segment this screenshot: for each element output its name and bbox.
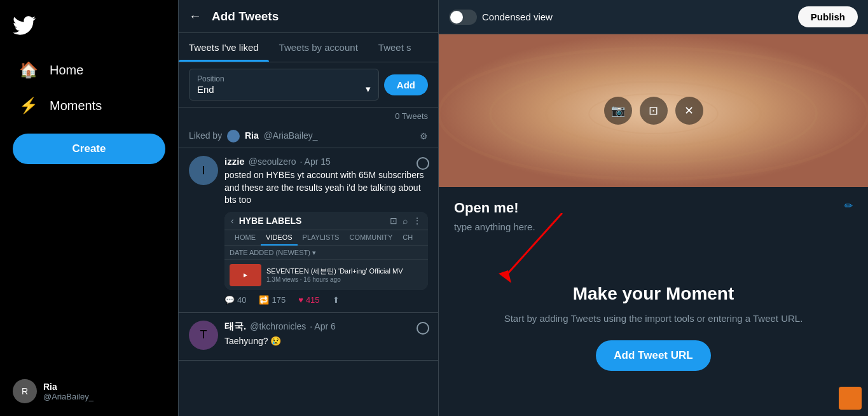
add-button[interactable]: Add	[384, 74, 428, 95]
tweet-header: izzie @seoulzero · Apr 15	[224, 156, 428, 167]
right-top-bar: Condensed view Publish	[439, 0, 868, 34]
add-tweet-url-button[interactable]: Add Tweet URL	[596, 340, 710, 371]
middle-panel: ← Add Tweets Tweets I've liked Tweets by…	[178, 0, 439, 416]
tweet-body: 태국. @tkchronicles · Apr 6 Taehyung? 😢	[224, 321, 428, 353]
right-panel: Condensed view Publish 📷 ⊡ ✕	[439, 0, 868, 416]
condensed-view-toggle[interactable]: Condensed view	[449, 10, 553, 25]
sidebar-item-moments[interactable]: ⚡ Moments	[6, 89, 172, 122]
tweet-handle: @seoulzero	[249, 156, 296, 167]
home-icon: 🏠	[19, 61, 38, 79]
tweet-media: ‹ HYBE LABELS ⊡ ⌕ ⋮ HOME VIDEOS PLAYLIST…	[224, 212, 428, 290]
like-action[interactable]: ♥ 415	[298, 295, 319, 305]
toggle-knob	[450, 11, 463, 24]
filter-icon[interactable]: ⚙	[420, 131, 428, 141]
close-cover-button[interactable]: ✕	[675, 97, 703, 125]
svg-line-5	[505, 213, 562, 277]
user-avatar: R	[13, 379, 37, 403]
user-name: Ria	[43, 382, 93, 392]
table-row: T 태국. @tkchronicles · Apr 6 Taehyung? 😢	[179, 313, 438, 361]
tabs-bar: Tweets I've liked Tweets by account Twee…	[179, 33, 438, 62]
sidebar-user: R Ria @AriaBailey_	[0, 373, 178, 410]
middle-header: ← Add Tweets	[179, 0, 438, 33]
make-moment-title: Make your Moment	[573, 284, 734, 304]
orange-box	[839, 387, 862, 410]
cover-image: 📷 ⊡ ✕	[439, 34, 868, 187]
sidebar: 🏠 Home ⚡ Moments Create R Ria @AriaBaile…	[0, 0, 178, 416]
media-tab-playlists: PLAYLISTS	[298, 230, 345, 246]
media-tab-ch: CH	[397, 230, 418, 246]
tweet-name: izzie	[224, 156, 245, 167]
tweet-actions: 💬 40 🔁 175 ♥ 415 ⬆	[224, 295, 428, 305]
retweet-action[interactable]: 🔁 175	[259, 295, 286, 305]
video-title: SEVENTEEN (세븐틴) 'Darl+ing' Official MV	[266, 267, 423, 276]
reply-icon: 💬	[224, 295, 235, 305]
sidebar-moments-label: Moments	[50, 99, 102, 113]
position-select[interactable]: Position End ▾	[189, 69, 379, 101]
make-moment-description: Start by adding Tweets using the import …	[504, 312, 803, 325]
panel-title: Add Tweets	[212, 10, 279, 24]
share-icon: ⬆	[333, 295, 340, 305]
tweets-list: I izzie @seoulzero · Apr 15 posted on HY…	[179, 148, 438, 416]
retweet-icon: 🔁	[259, 295, 269, 305]
publish-button[interactable]: Publish	[798, 6, 858, 27]
chevron-down-icon: ▾	[366, 83, 371, 95]
media-icon-3: ⋮	[413, 216, 422, 226]
share-action[interactable]: ⬆	[333, 295, 340, 305]
reply-action[interactable]: 💬 40	[224, 295, 246, 305]
tweet-checkbox[interactable]	[417, 157, 429, 170]
liked-by-avatar	[227, 130, 240, 142]
position-label: Position	[197, 74, 371, 83]
liked-by-name: Ria	[245, 130, 259, 141]
tweet-avatar: I	[189, 156, 218, 185]
tab-tweet-search[interactable]: Tweet s	[368, 33, 422, 62]
tweet-text: Taehyung? 😢	[224, 335, 428, 348]
media-video-item: ▶ SEVENTEEN (세븐틴) 'Darl+ing' Official MV…	[224, 260, 428, 290]
table-row: I izzie @seoulzero · Apr 15 posted on HY…	[179, 148, 438, 313]
red-arrow	[473, 213, 588, 289]
like-count: 415	[306, 295, 320, 305]
media-channel-name: HYBE LABELS	[239, 216, 302, 226]
camera-button[interactable]: 📷	[604, 97, 632, 125]
create-button[interactable]: Create	[13, 134, 165, 164]
crop-button[interactable]: ⊡	[640, 97, 668, 125]
video-thumbnail: ▶	[230, 264, 261, 286]
heart-icon: ♥	[298, 295, 303, 305]
media-tab-community: COMMUNITY	[344, 230, 397, 246]
tweet-header: 태국. @tkchronicles · Apr 6	[224, 321, 428, 333]
tab-tweets-account[interactable]: Tweets by account	[269, 33, 368, 62]
media-tab-home: HOME	[230, 230, 261, 246]
liked-by-bar: Liked by Ria @AriaBailey_ ⚙	[179, 125, 438, 148]
condensed-view-label: Condensed view	[482, 11, 553, 22]
reply-count: 40	[237, 295, 246, 305]
sidebar-item-home[interactable]: 🏠 Home	[6, 53, 172, 87]
tweet-name: 태국.	[224, 321, 246, 333]
twitter-logo	[0, 6, 178, 47]
media-back-icon: ‹	[231, 216, 234, 226]
tweet-body: izzie @seoulzero · Apr 15 posted on HYBE…	[224, 156, 428, 305]
media-date-filter: DATE ADDED (NEWEST) ▾	[224, 246, 428, 260]
tweet-text: posted on HYBEs yt account with 65M subs…	[224, 169, 428, 207]
media-icon-1: ⊡	[390, 216, 397, 226]
position-value: End ▾	[197, 83, 371, 95]
user-handle: @AriaBailey_	[43, 392, 93, 401]
edit-icon[interactable]: ✏	[844, 200, 853, 212]
moment-content: Open me! ✏ type anything here. Make your…	[439, 187, 868, 416]
media-header: ‹ HYBE LABELS ⊡ ⌕ ⋮	[224, 212, 428, 230]
liked-by-prefix: Liked by	[189, 130, 222, 141]
retweet-count: 175	[272, 295, 286, 305]
media-icon-2: ⌕	[403, 216, 408, 226]
tab-tweets-liked[interactable]: Tweets I've liked	[179, 33, 269, 62]
video-info: SEVENTEEN (세븐틴) 'Darl+ing' Official MV 1…	[266, 267, 423, 283]
media-icons: ⊡ ⌕ ⋮	[390, 216, 422, 226]
position-row: Position End ▾ Add	[179, 62, 438, 107]
moments-icon: ⚡	[19, 97, 38, 114]
tweet-date: · Apr 15	[300, 156, 331, 167]
sidebar-home-label: Home	[50, 63, 83, 78]
video-meta: 1.3M views · 16 hours ago	[266, 276, 423, 283]
toggle-switch[interactable]	[449, 10, 477, 25]
back-button[interactable]: ←	[189, 9, 202, 24]
cover-actions: 📷 ⊡ ✕	[604, 97, 703, 125]
tweets-count: 0 Tweets	[179, 107, 438, 125]
tweet-checkbox[interactable]	[417, 322, 429, 335]
media-tab-videos: VIDEOS	[261, 230, 298, 246]
